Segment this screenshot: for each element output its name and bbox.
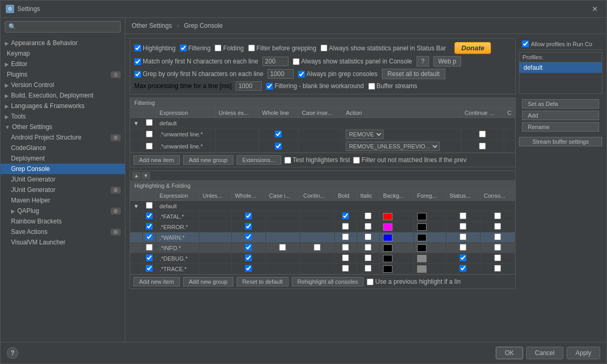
- folding-checkbox[interactable]: Folding: [215, 45, 243, 52]
- filtering-add-group-button[interactable]: Add new group: [183, 155, 233, 165]
- hl-bold[interactable]: [342, 265, 349, 272]
- sidebar-item-maven-helper[interactable]: Maven Helper: [1, 195, 125, 206]
- footer-help-button[interactable]: ?: [7, 347, 18, 359]
- hl-whole[interactable]: [245, 223, 252, 230]
- hl-row-bg[interactable]: [380, 264, 413, 274]
- hl-check[interactable]: [146, 254, 153, 261]
- hl-status[interactable]: [460, 233, 466, 240]
- always-pin-check[interactable]: [298, 71, 305, 78]
- hl-check[interactable]: [146, 223, 153, 230]
- hl-row-fg[interactable]: [413, 264, 446, 274]
- bg-color-swatch[interactable]: [383, 213, 392, 220]
- close-button[interactable]: ✕: [589, 4, 601, 14]
- sidebar-item-build[interactable]: ▶ Build, Execution, Deployment: [1, 90, 125, 101]
- hl-row-fg[interactable]: [413, 211, 446, 222]
- help-button[interactable]: ?: [417, 56, 430, 67]
- sidebar-item-version-control[interactable]: ▶ Version Control: [1, 80, 125, 90]
- hl-check[interactable]: [146, 244, 153, 251]
- sidebar-item-languages[interactable]: ▶ Languages & Frameworks: [1, 101, 125, 111]
- filter-out-check[interactable]: [353, 157, 360, 164]
- use-previous-checkbox[interactable]: Use a previous highlight if a lin: [367, 278, 461, 285]
- always-show-status-check[interactable]: [321, 45, 327, 51]
- grep-first-n-checkbox[interactable]: Grep by only first N characters on each …: [134, 70, 263, 78]
- hl-italic[interactable]: [365, 233, 371, 240]
- webp-button[interactable]: Web p: [433, 56, 461, 67]
- hl-console[interactable]: [494, 212, 501, 219]
- hl-whole[interactable]: [245, 254, 252, 261]
- sidebar-item-qaplug[interactable]: ▶ QAPlug ⚙: [1, 206, 125, 216]
- filtering-add-item-button[interactable]: Add new item: [133, 155, 180, 165]
- filter-out-checkbox[interactable]: Filter out not matched lines if the prev: [353, 156, 466, 164]
- reset-all-button[interactable]: Reset all to default: [382, 69, 445, 79]
- action-select[interactable]: REMOVE_UNLESS_PREVIO...: [346, 142, 440, 151]
- sidebar-item-keymap[interactable]: Keymap: [1, 48, 125, 59]
- group-checkbox[interactable]: [146, 119, 153, 126]
- buffer-streams-checkbox[interactable]: Buffer streams: [368, 82, 418, 90]
- hl-italic[interactable]: [365, 265, 371, 272]
- fg-color-swatch[interactable]: [417, 244, 427, 252]
- match-n-input[interactable]: [262, 57, 289, 66]
- hl-console[interactable]: [494, 223, 501, 230]
- always-show-console-checkbox[interactable]: Always show statistics panel in Console: [293, 58, 412, 65]
- hl-row-fg[interactable]: [413, 243, 446, 253]
- sidebar-item-junit-gen1[interactable]: JUnit Generator: [1, 174, 125, 185]
- fg-color-swatch[interactable]: [417, 255, 427, 262]
- grep-n-input[interactable]: [268, 69, 294, 79]
- always-show-status-checkbox[interactable]: Always show statistics panel in Status B…: [321, 45, 446, 52]
- bg-color-swatch[interactable]: [383, 244, 392, 252]
- row-whole-check[interactable]: [275, 143, 282, 149]
- match-first-n-checkbox[interactable]: Match only first N characters on each li…: [134, 58, 258, 65]
- hl-bold[interactable]: [342, 223, 349, 230]
- profile-item-default[interactable]: default: [519, 62, 602, 73]
- sidebar-item-rainbow[interactable]: Rainbow Brackets: [1, 216, 125, 227]
- hl-row-bg[interactable]: [380, 211, 413, 222]
- sidebar-item-deployment[interactable]: Deployment: [1, 153, 125, 164]
- grep-first-n-check[interactable]: [134, 71, 141, 78]
- row-whole-check[interactable]: [275, 131, 282, 137]
- hl-check[interactable]: [146, 265, 153, 272]
- hl-italic[interactable]: [365, 244, 371, 251]
- action-select[interactable]: REMOVE: [346, 130, 384, 139]
- hl-console[interactable]: [494, 254, 501, 261]
- buffer-streams-check[interactable]: [368, 83, 375, 90]
- hl-whole[interactable]: [245, 244, 252, 251]
- hl-bold[interactable]: [342, 233, 349, 240]
- hl-console[interactable]: [494, 265, 501, 272]
- extensions-button[interactable]: Extensions...: [237, 155, 281, 165]
- hl-contin[interactable]: [314, 244, 321, 251]
- bg-color-swatch[interactable]: [383, 223, 392, 231]
- hl-row-bg[interactable]: [380, 222, 413, 232]
- nav-down-button[interactable]: ▼: [142, 172, 150, 179]
- test-highlighters-check[interactable]: [284, 157, 291, 164]
- hl-row-fg[interactable]: [413, 253, 446, 264]
- row-continue-check[interactable]: [479, 131, 486, 137]
- filtering-check[interactable]: [180, 45, 187, 51]
- row-checkbox[interactable]: [146, 143, 153, 149]
- hl-italic[interactable]: [365, 212, 371, 219]
- bg-color-swatch[interactable]: [383, 255, 392, 262]
- hl-row-bg[interactable]: [380, 243, 413, 253]
- hl-console[interactable]: [494, 244, 501, 251]
- bg-color-swatch[interactable]: [383, 234, 392, 241]
- sidebar-item-plugins[interactable]: Plugins ②: [1, 69, 125, 80]
- sidebar-item-appearance[interactable]: ▶ Appearance & Behavior: [1, 38, 125, 48]
- hl-whole[interactable]: [245, 212, 252, 219]
- hl-bold[interactable]: [342, 212, 349, 219]
- hl-status[interactable]: [460, 244, 466, 251]
- bg-color-swatch[interactable]: [383, 265, 392, 273]
- hl-row-fg[interactable]: [413, 232, 446, 243]
- hl-row-bg[interactable]: [380, 253, 413, 264]
- fg-color-swatch[interactable]: [417, 223, 427, 231]
- filtering-checkbox[interactable]: Filtering: [180, 45, 211, 52]
- hl-console[interactable]: [494, 233, 501, 240]
- test-highlighters-checkbox[interactable]: Test highlighters first: [284, 156, 350, 164]
- row-checkbox[interactable]: [146, 131, 153, 137]
- max-processing-input[interactable]: [236, 81, 262, 91]
- sidebar-item-grep-console[interactable]: Grep Console: [1, 164, 125, 174]
- hl-add-item-button[interactable]: Add new item: [133, 277, 180, 286]
- blank-line-checkbox[interactable]: Filtering - blank line workaround: [266, 82, 364, 90]
- filter-before-check[interactable]: [248, 45, 255, 51]
- hl-status[interactable]: [460, 212, 466, 219]
- hl-italic[interactable]: [365, 254, 371, 261]
- hl-whole[interactable]: [245, 233, 252, 240]
